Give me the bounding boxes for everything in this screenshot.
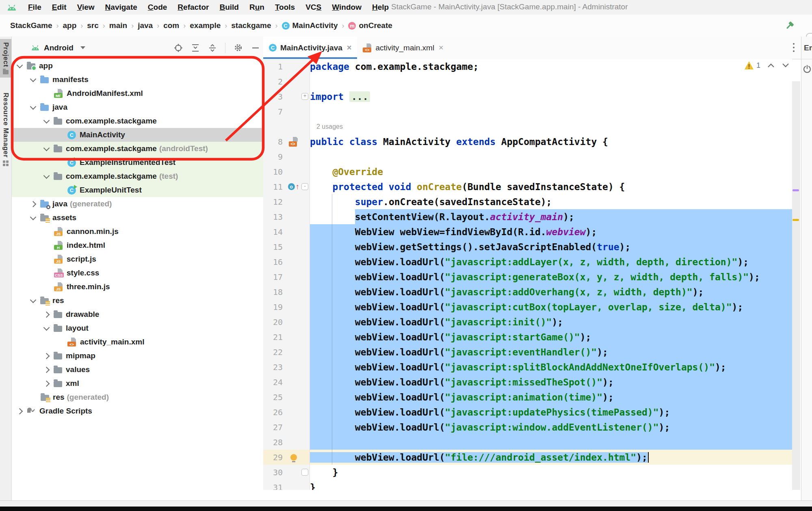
fold-marker[interactable]: + [301, 93, 308, 100]
tab-activity-main-xml[interactable]: <>activity_main.xml× [357, 37, 449, 59]
tree-item-exampleinstrumentedtest[interactable]: CExampleInstrumentedTest [12, 156, 263, 169]
tree-item-drawable[interactable]: drawable [12, 307, 263, 321]
chevron-right-icon[interactable] [30, 201, 37, 207]
code-line-3[interactable]: 3+import ... [263, 89, 792, 104]
tab-mainactivity-java[interactable]: CMainActivity.java× [263, 37, 357, 59]
breadcrumb-item-src[interactable]: src [87, 21, 99, 30]
breadcrumb-item-app[interactable]: app [63, 21, 77, 30]
code-line-16[interactable]: 16 webView.loadUrl("javascript:addLayer(… [263, 254, 792, 269]
tree-item-gradle-scripts[interactable]: Gradle Scripts [12, 404, 263, 418]
chevron-down-icon[interactable] [43, 117, 50, 123]
chevron-down-icon[interactable] [30, 214, 37, 220]
breadcrumb-item-example[interactable]: example [190, 21, 221, 30]
tree-item-com-example-stackgame-androidtest[interactable]: com.example.stackgame(androidTest) [12, 142, 263, 156]
menu-view[interactable]: View [72, 3, 100, 11]
code-line-11[interactable]: 11o↑- protected void onCreate(Bundle sav… [263, 179, 792, 194]
locate-icon[interactable] [174, 43, 183, 52]
emulator-power-button[interactable] [801, 65, 812, 73]
chevron-right-icon[interactable] [43, 311, 50, 318]
tree-item-xml[interactable]: xml [12, 377, 263, 390]
code-line-20[interactable]: 20 webView.loadUrl("javascript:init()"); [263, 314, 792, 329]
code-line-22[interactable]: 22 webView.loadUrl("javascript:eventHand… [263, 344, 792, 359]
more-options-kebab-icon[interactable] [792, 42, 795, 54]
breadcrumb-item-main[interactable]: main [109, 21, 127, 30]
menu-vcs[interactable]: VCS [300, 3, 327, 11]
chevron-down-icon[interactable] [30, 103, 37, 110]
menu-file[interactable]: File [23, 3, 47, 11]
code-line-26[interactable]: 26 webView.loadUrl("javascript:updatePhy… [263, 405, 792, 420]
tree-item-manifests[interactable]: manifests [12, 73, 263, 87]
code-line-19[interactable]: 19 webView.loadUrl("javascript:cutBox(to… [263, 299, 792, 314]
code-line-28[interactable]: 28 [263, 435, 792, 450]
menu-build[interactable]: Build [214, 3, 244, 11]
code-line-27[interactable]: 27 webView.loadUrl("javascript:window.ad… [263, 420, 792, 435]
tree-item-layout[interactable]: layout [12, 321, 263, 335]
breadcrumb-item-com[interactable]: com [163, 21, 179, 30]
breadcrumb-item-stackgame[interactable]: stackgame [231, 21, 271, 30]
collapse-all-icon[interactable] [208, 43, 217, 52]
chevron-down-icon[interactable] [43, 324, 50, 331]
tree-item-cannon-min-js[interactable]: JScannon.min.js [12, 225, 263, 238]
layout-file-gutter-icon[interactable]: <> [289, 137, 299, 147]
tree-item-res[interactable]: res [12, 294, 263, 307]
tree-item-activity-main-xml[interactable]: <>activity_main.xml [12, 335, 263, 349]
code-line-15[interactable]: 15 webView.getSettings().setJavaScriptEn… [263, 239, 792, 254]
code-line-23[interactable]: 23 webView.loadUrl("javascript:splitBloc… [263, 359, 792, 375]
code-line-29[interactable]: 29 webView.loadUrl("file:///android_asse… [263, 450, 792, 465]
tree-item-values[interactable]: values [12, 363, 263, 377]
tree-item-app[interactable]: app [12, 59, 263, 73]
code-line-9[interactable]: 9 [263, 149, 792, 164]
code-editor[interactable]: 1package com.example.stackgame;23+import… [263, 59, 792, 490]
editor-scrollbar[interactable] [792, 81, 800, 490]
tree-item-java-generated[interactable]: java(generated) [12, 197, 263, 211]
close-icon[interactable]: × [347, 43, 352, 52]
fold-marker[interactable]: - [301, 183, 308, 190]
expand-all-icon[interactable] [191, 43, 200, 52]
tree-item-com-example-stackgame-test[interactable]: com.example.stackgame(test) [12, 169, 263, 183]
code-line-24[interactable]: 24 webView.loadUrl("javascript:missedThe… [263, 375, 792, 390]
chevron-down-icon[interactable] [17, 62, 23, 68]
code-line-7[interactable]: 7 [263, 104, 792, 119]
warning-icon[interactable] [744, 61, 754, 70]
tool-stripe-project[interactable]: Project [0, 39, 11, 78]
settings-gear-icon[interactable] [234, 43, 243, 52]
breadcrumb-item-oncreate[interactable]: monCreate [348, 21, 392, 30]
breadcrumb-item-java[interactable]: java [138, 21, 153, 30]
project-view-selector[interactable]: Android [30, 43, 85, 52]
chevron-right-icon[interactable] [43, 366, 50, 373]
tree-item-three-min-js[interactable]: JSthree.min.js [12, 280, 263, 294]
code-line-18[interactable]: 18 webView.loadUrl("javascript:addOverha… [263, 284, 792, 299]
next-issue-chevron-down-icon[interactable] [782, 63, 790, 68]
menu-help[interactable]: Help [367, 3, 394, 11]
menu-navigate[interactable]: Navigate [100, 3, 143, 11]
tree-item-com-example-stackgame[interactable]: com.example.stackgame [12, 114, 263, 128]
tree-item-mipmap[interactable]: mipmap [12, 349, 263, 363]
tree-item-java[interactable]: java [12, 100, 263, 114]
close-icon[interactable]: × [439, 43, 444, 52]
chevron-right-icon[interactable] [17, 408, 23, 414]
chevron-right-icon[interactable] [43, 380, 50, 387]
code-line-21[interactable]: 21 webView.loadUrl("javascript:startGame… [263, 329, 792, 344]
tree-item-index-html[interactable]: Hindex.html [12, 238, 263, 252]
menu-edit[interactable]: Edit [47, 3, 72, 11]
code-line-13[interactable]: 13 setContentView(R.layout.activity_main… [263, 209, 792, 224]
chevron-down-icon[interactable] [43, 172, 50, 179]
tool-stripe-resource-manager[interactable]: Resource Manager [0, 89, 11, 169]
code-line-8[interactable]: 8<>public class MainActivity extends App… [263, 134, 792, 149]
tree-item-exampleunittest[interactable]: CExampleUnitTest [12, 183, 263, 197]
breadcrumb-item-stackgame[interactable]: StackGame [10, 21, 52, 30]
chevron-right-icon[interactable] [43, 353, 50, 359]
code-line-14[interactable]: 14 WebView webView=findViewById(R.id.web… [263, 224, 792, 239]
usages-hint[interactable]: 2 usages [316, 123, 343, 130]
code-line-12[interactable]: 12 super.onCreate(savedInstanceState); [263, 194, 792, 209]
overrides-method-gutter-icon[interactable]: o↑ [288, 183, 300, 191]
emulator-panel-header[interactable]: Emulator [801, 37, 812, 59]
menu-refactor[interactable]: Refactor [172, 3, 214, 11]
menu-tools[interactable]: Tools [270, 3, 300, 11]
tree-item-assets[interactable]: assets [12, 211, 263, 225]
tree-item-style-css[interactable]: CSSstyle.css [12, 266, 263, 280]
chevron-down-icon[interactable] [30, 297, 37, 303]
hide-panel-icon[interactable] [251, 43, 260, 52]
code-line-10[interactable]: 10 @Override [263, 164, 792, 179]
chevron-down-icon[interactable] [30, 76, 37, 82]
